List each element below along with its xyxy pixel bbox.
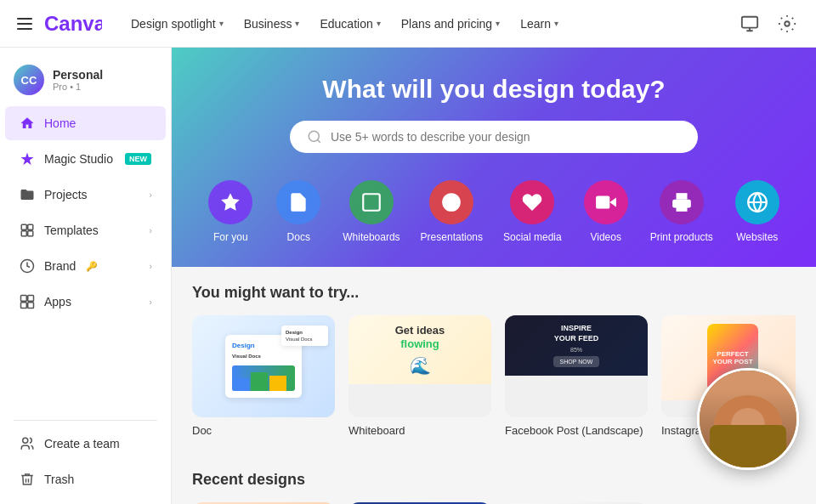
chevron-down-icon: ▾ — [219, 19, 224, 28]
nav-links: Design spotlight ▾ Business ▾ Education … — [122, 12, 728, 36]
try-card-fb-label: Facebook Post (Landscape) — [505, 424, 648, 437]
user-name: Personal — [53, 68, 103, 82]
nav-right — [734, 8, 802, 39]
projects-icon — [19, 186, 36, 203]
svg-point-12 — [23, 438, 28, 443]
svg-rect-8 — [21, 296, 27, 302]
hamburger-menu[interactable] — [14, 14, 36, 33]
sidebar-item-home[interactable]: Home — [5, 106, 166, 140]
create-team-icon — [19, 435, 36, 452]
sidebar-item-apps[interactable]: Apps › — [5, 285, 166, 319]
top-nav: Canva Design spotlight ▾ Business ▾ Educ… — [0, 0, 816, 48]
nav-plans-pricing[interactable]: Plans and pricing ▾ — [393, 12, 508, 36]
trash-icon — [19, 471, 36, 488]
main-layout: CC Personal Pro • 1 Home Magic Studio NE… — [0, 48, 816, 504]
category-videos[interactable]: Videos — [572, 173, 640, 250]
svg-rect-17 — [676, 204, 687, 212]
chevron-right-icon: › — [149, 190, 152, 200]
svg-rect-6 — [28, 231, 33, 236]
nav-learn[interactable]: Learn ▾ — [512, 12, 567, 36]
video-overlay[interactable] — [697, 368, 799, 470]
brand-key-icon: 🔑 — [86, 261, 98, 272]
settings-icon[interactable] — [772, 8, 802, 39]
hero-section: What will you design today? For you — [172, 48, 816, 267]
sidebar: CC Personal Pro • 1 Home Magic Studio NE… — [0, 48, 172, 504]
svg-point-15 — [442, 193, 461, 212]
svg-rect-9 — [28, 296, 34, 302]
sidebar-item-templates[interactable]: Templates › — [5, 213, 166, 247]
chevron-right-icon: › — [149, 225, 152, 235]
search-icon — [307, 129, 322, 144]
category-presentations[interactable]: Presentations — [411, 173, 493, 250]
templates-icon — [19, 222, 36, 239]
search-bar[interactable] — [290, 121, 698, 153]
svg-rect-1 — [742, 16, 757, 27]
nav-education[interactable]: Education ▾ — [311, 12, 388, 36]
canva-logo[interactable]: Canva — [42, 12, 102, 36]
user-plan: Pro • 1 — [53, 82, 103, 92]
svg-rect-3 — [21, 224, 26, 229]
new-badge: NEW — [125, 153, 151, 165]
user-profile[interactable]: CC Personal Pro • 1 — [0, 54, 171, 105]
search-input[interactable] — [331, 130, 681, 144]
nav-business[interactable]: Business ▾ — [235, 12, 309, 36]
categories-row: For you Docs Whiteboards — [192, 173, 796, 250]
category-docs[interactable]: Docs — [264, 173, 332, 250]
try-section-title: You might want to try... — [192, 284, 796, 302]
sidebar-item-magic-studio[interactable]: Magic Studio NEW — [5, 142, 166, 176]
category-websites[interactable]: Websites — [723, 173, 791, 250]
chevron-down-icon: ▾ — [377, 19, 381, 28]
svg-rect-16 — [596, 195, 609, 208]
monitor-icon[interactable] — [734, 8, 765, 39]
recent-section-title: Recent designs — [192, 471, 796, 489]
apps-icon — [19, 293, 36, 310]
chevron-down-icon: ▾ — [295, 19, 299, 28]
chevron-right-icon: › — [149, 261, 152, 271]
home-icon — [19, 115, 36, 132]
brand-icon — [19, 258, 36, 275]
chevron-right-icon: › — [149, 297, 152, 307]
svg-rect-11 — [28, 303, 34, 309]
svg-text:Canva: Canva — [44, 12, 102, 35]
category-for-you[interactable]: For you — [196, 173, 264, 250]
try-card-wb-label: Whiteboard — [348, 424, 491, 437]
video-face — [700, 371, 796, 467]
svg-rect-5 — [21, 231, 26, 236]
category-whiteboards[interactable]: Whiteboards — [332, 173, 410, 250]
sidebar-item-create-team[interactable]: Create a team — [5, 427, 166, 461]
svg-rect-10 — [21, 303, 27, 309]
nav-design-spotlight[interactable]: Design spotlight ▾ — [122, 12, 232, 36]
sidebar-divider — [14, 420, 157, 421]
hero-title: What will you design today? — [192, 75, 796, 104]
svg-point-13 — [309, 131, 319, 141]
svg-rect-14 — [363, 194, 380, 211]
try-card-fb-post[interactable]: INSPIREYOUR FEED 85% SHOP NOW Facebook P… — [505, 315, 648, 437]
sidebar-item-brand[interactable]: Brand 🔑 › — [5, 249, 166, 283]
sidebar-item-trash[interactable]: Trash — [5, 462, 166, 496]
try-card-doc[interactable]: Design Visual Docs Design Visua — [192, 315, 335, 437]
category-print-products[interactable]: Print products — [640, 173, 723, 250]
try-card-doc-label: Doc — [192, 424, 335, 437]
chevron-down-icon: ▾ — [554, 19, 558, 28]
avatar: CC — [14, 65, 44, 95]
try-card-whiteboard[interactable]: Get ideasflowing 🌊 Whiteboard — [348, 315, 491, 437]
chevron-down-icon: ▾ — [496, 19, 500, 28]
magic-icon — [19, 150, 36, 167]
category-social-media[interactable]: Social media — [493, 173, 572, 250]
svg-rect-4 — [28, 224, 33, 229]
svg-point-2 — [785, 21, 790, 26]
sidebar-item-projects[interactable]: Projects › — [5, 178, 166, 212]
